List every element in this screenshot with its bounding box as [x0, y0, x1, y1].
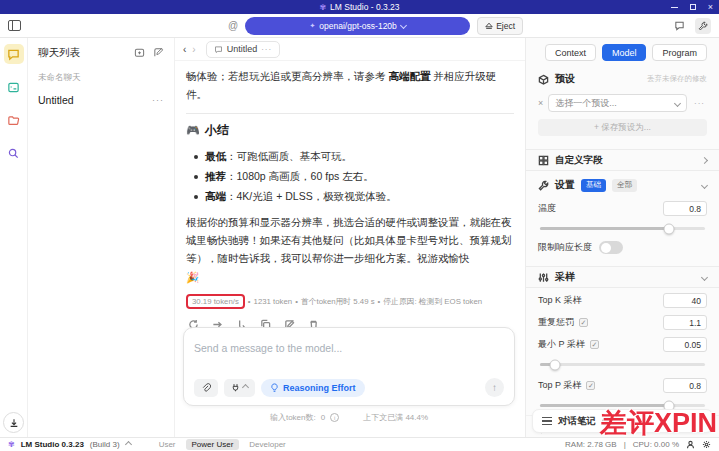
top-k-input[interactable]: 40 [663, 293, 707, 308]
downloads-button[interactable] [3, 412, 24, 433]
watermark: 差评XPIN [600, 405, 717, 441]
chevron-down-icon [701, 273, 708, 280]
tab-strip: ‹ › Untitled ··· [175, 38, 525, 61]
right-panel: Context Model Program 预设 丢弃未保存的修改 × 选择一个… [525, 38, 719, 437]
feedback-icon[interactable] [671, 18, 687, 34]
paperclip-icon [201, 383, 211, 393]
temperature-row: 温度 0.8 [526, 196, 719, 218]
message-paragraph: 畅体验；若想玩光追或更高分辨率，请参考 高端配置 并相应升级硬件。 [186, 67, 514, 104]
mode-power-user[interactable]: Power User [186, 439, 240, 450]
temperature-input[interactable]: 0.8 [663, 201, 707, 216]
nav-forward-icon[interactable]: › [192, 44, 195, 55]
nav-rail [0, 38, 28, 437]
sampling-section[interactable]: 采样 [526, 266, 719, 288]
chevron-down-icon [400, 22, 407, 29]
notes-lines-icon [542, 417, 552, 425]
save-preset-button[interactable]: + 保存预设为... [538, 119, 707, 136]
top-p-input[interactable]: 0.8 [663, 378, 707, 393]
repeat-penalty-input[interactable]: 1.1 [663, 315, 707, 330]
top-p-checkbox[interactable]: ✓ [586, 381, 595, 390]
chat-item-menu-icon[interactable]: ··· [152, 95, 164, 105]
preset-menu-icon[interactable]: ··· [692, 99, 707, 108]
nav-chat-icon[interactable] [4, 44, 24, 64]
first-token-time: 首个token用时 5.49 s [301, 296, 375, 307]
maximize-button[interactable] [690, 4, 696, 10]
discard-changes-link[interactable]: 丢弃未保存的修改 [647, 74, 707, 84]
preset-select[interactable]: 选择一个预设... [548, 94, 687, 112]
send-button[interactable]: ↑ [485, 378, 504, 397]
mode-developer[interactable]: Developer [243, 439, 291, 450]
settings-basic-toggle[interactable]: 基础 [581, 179, 606, 192]
limit-length-toggle[interactable] [599, 241, 623, 254]
chevron-up-icon[interactable] [125, 441, 132, 448]
reasoning-effort-button[interactable]: Reasoning Effort [261, 379, 365, 397]
composer: Reasoning Effort ↑ [183, 327, 515, 406]
mention-icon[interactable]: @ [228, 20, 238, 31]
chat-group-label: 未命名聊天 [38, 72, 164, 84]
min-p-slider[interactable] [540, 363, 705, 366]
stop-reason: 停止原因: 检测到 EOS token [383, 296, 482, 307]
custom-fields-section[interactable]: 自定义字段 [526, 149, 719, 171]
custom-fields-title: 自定义字段 [555, 154, 603, 167]
top-k-row: Top K 采样 40 [526, 288, 719, 310]
repeat-penalty-row: 重复惩罚 ✓ 1.1 [526, 310, 719, 332]
user-icon[interactable] [686, 440, 695, 449]
chevron-right-icon [701, 156, 708, 163]
nav-developer-icon[interactable] [4, 77, 24, 97]
eject-button[interactable]: Eject [477, 17, 523, 35]
min-p-input[interactable]: 0.05 [663, 337, 707, 352]
cpu-usage: CPU: 0.00 % [633, 440, 679, 449]
list-item: 推荐：1080p 高画质，60 fps 左右。 [192, 167, 514, 187]
repeat-penalty-label: 重复惩罚 [538, 316, 574, 329]
preset-box-icon [538, 74, 549, 85]
min-p-checkbox[interactable]: ✓ [590, 340, 599, 349]
close-button[interactable]: × [708, 3, 713, 12]
grid-icon [538, 155, 549, 166]
reasoning-effort-label: Reasoning Effort [283, 383, 356, 393]
party-popper-icon: 🎉 [186, 271, 199, 283]
nav-discover-icon[interactable] [4, 143, 24, 163]
mode-user[interactable]: User [153, 439, 182, 450]
token-count: 1231 token [254, 297, 293, 306]
chevron-up-icon [242, 384, 249, 391]
gear-icon[interactable] [702, 440, 711, 449]
lm-studio-window: ✾ LM Studio - 0.3.23 × @ ✦ openai/gpt-os… [0, 0, 719, 451]
tab-context[interactable]: Context [545, 44, 596, 61]
min-p-label: 最小 P 采样 [538, 338, 585, 351]
wrench-icon[interactable] [695, 18, 711, 34]
plug-icon [231, 383, 240, 392]
title-bar: ✾ LM Studio - 0.3.23 × [0, 0, 719, 14]
settings-title: 设置 [555, 178, 575, 192]
gamepad-icon: 🎮 [186, 124, 200, 137]
new-folder-icon[interactable] [134, 47, 145, 60]
limit-length-label: 限制响应长度 [538, 241, 592, 254]
temperature-slider[interactable] [540, 227, 705, 230]
settings-section[interactable]: 设置 基础 全部 [526, 171, 719, 196]
model-selector[interactable]: ✦ openai/gpt-oss-120b [245, 17, 470, 35]
minimize-button[interactable] [671, 7, 678, 8]
context-usage: 上下文已满 44.4% [363, 412, 428, 423]
nav-back-icon[interactable]: ‹ [183, 44, 186, 55]
new-chat-icon[interactable] [153, 47, 164, 60]
nav-models-folder-icon[interactable] [4, 110, 24, 130]
chat-bubble-icon [214, 45, 223, 54]
chat-tab[interactable]: Untitled ··· [206, 41, 281, 58]
temperature-label: 温度 [538, 202, 556, 215]
context-info-icon[interactable]: i [330, 413, 339, 422]
tab-program[interactable]: Program [652, 44, 707, 61]
sidebar-toggle-icon[interactable] [8, 20, 21, 31]
chevron-down-icon [701, 181, 708, 188]
chat-list-item[interactable]: Untitled ··· [38, 90, 164, 110]
message-paragraph: 根据你的预算和显示器分辨率，挑选合适的硬件或调整设置，就能在夜城里畅快驰骋！如果… [186, 213, 514, 287]
repeat-penalty-checkbox[interactable]: ✓ [579, 318, 588, 327]
chat-tab-menu-icon[interactable]: ··· [261, 45, 272, 54]
clear-preset-icon[interactable]: × [538, 98, 543, 108]
plugin-button[interactable] [224, 379, 255, 397]
tab-model[interactable]: Model [602, 44, 647, 61]
settings-all-toggle[interactable]: 全部 [612, 179, 637, 192]
attach-button[interactable] [194, 379, 218, 397]
message-input[interactable] [194, 342, 504, 354]
bullet-list: 最低：可跑低画质、基本可玩。 推荐：1080p 高画质，60 fps 左右。 高… [192, 147, 514, 207]
sparkle-icon: ✦ [309, 22, 315, 30]
divider [186, 113, 514, 114]
